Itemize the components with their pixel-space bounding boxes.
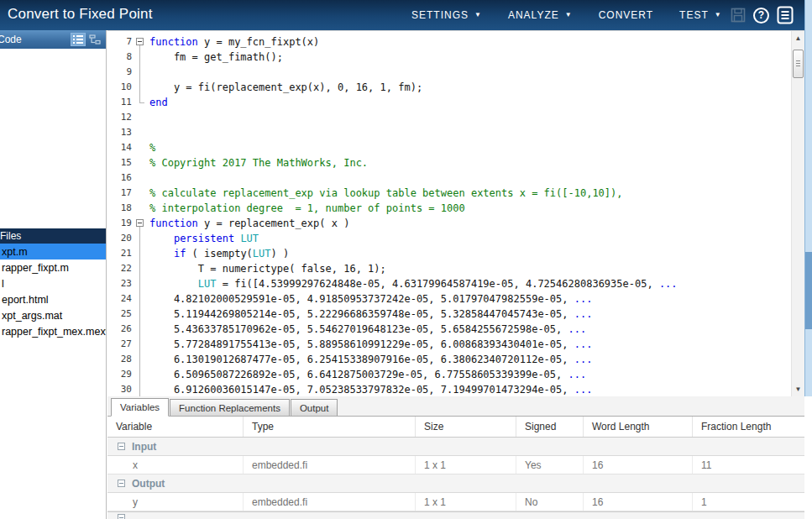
fold-margin (134, 307, 146, 322)
line-number: 12 (107, 110, 134, 125)
fold-margin (134, 140, 146, 155)
code-text: 6.50965087226892e-05, 6.6412875003729e-0… (146, 367, 586, 382)
code-line: 16 (107, 170, 791, 186)
tab-variables[interactable]: Variables (111, 398, 169, 417)
fold-margin (134, 80, 146, 95)
tree-view-icon[interactable] (88, 34, 102, 45)
fold-margin (134, 276, 146, 291)
cell-size: 1 x 1 (416, 493, 516, 511)
code-text (146, 65, 149, 80)
column-header-signed: Signed (516, 417, 584, 437)
code-text: if ( isempty(LUT) ) (146, 246, 289, 261)
menu-label: TEST (679, 9, 709, 21)
line-number: 19 (107, 216, 134, 231)
code-line: 22 T = numerictype( false, 16, 1); (107, 261, 791, 276)
menu-convert[interactable]: CONVERT (599, 9, 653, 21)
fold-margin (134, 382, 146, 396)
code-text: % (146, 140, 155, 155)
report-icon[interactable] (777, 6, 794, 24)
files-panel-header: Files (0, 228, 106, 244)
code-text: 6.13019012687477e-05, 6.25415338907916e-… (146, 352, 592, 367)
file-item[interactable]: l (0, 275, 106, 291)
file-item[interactable]: rapper_fixpt.m (0, 260, 106, 275)
table-row[interactable]: xembedded.fi1 x 1Yes1611 (107, 456, 804, 474)
code-text: y = fi(replacement_exp(x), 0, 16, 1, fm)… (146, 80, 422, 95)
app-toolbar: Convert to Fixed Point SETTINGS▼ANALYZE▼… (0, 0, 812, 30)
collapse-icon (118, 514, 125, 519)
code-line: 18% interpolation degree = 1, number of … (107, 201, 791, 216)
line-number: 28 (107, 352, 134, 367)
code-line: 29 6.50965087226892e-05, 6.6412875003729… (107, 367, 791, 382)
line-number: 29 (107, 367, 134, 382)
fold-margin (134, 367, 146, 382)
code-line: 9 (107, 65, 791, 80)
fold-margin (134, 50, 146, 65)
help-icon[interactable]: ? (753, 8, 769, 24)
sidebar-empty-area (0, 339, 106, 519)
file-item[interactable]: eport.html (0, 291, 106, 307)
column-header-fraction-length: Fraction Length (693, 417, 804, 437)
menu-label: SETTINGS (411, 9, 469, 21)
code-text: % calculate replacement_exp via lookup t… (146, 186, 623, 201)
code-line: 15% Copyright 2017 The MathWorks, Inc. (107, 155, 791, 170)
tab-function-replacements[interactable]: Function Replacements (170, 399, 290, 416)
code-text: 5.11944269805214e-05, 5.22296686359748e-… (146, 307, 592, 322)
scroll-down-icon[interactable]: ▼ (792, 383, 804, 396)
variables-tab-bar: VariablesFunction ReplacementsOutput (107, 396, 804, 417)
menu-settings[interactable]: SETTINGS▼ (411, 9, 482, 21)
line-number: 18 (107, 201, 134, 216)
fold-collapse-icon[interactable] (136, 219, 144, 227)
table-group-row-output[interactable]: Output (107, 474, 804, 493)
file-item[interactable]: xpt_args.mat (0, 307, 106, 323)
app-title: Convert to Fixed Point (8, 6, 153, 23)
code-line: 21 if ( isempty(LUT) ) (107, 246, 791, 261)
cell-variable: y (107, 493, 244, 511)
fold-collapse-icon[interactable] (136, 38, 144, 45)
tab-output[interactable]: Output (291, 399, 338, 416)
cell-word_length: 16 (584, 456, 693, 474)
code-text: 5.77284891755413e-05, 5.88958610991229e-… (146, 337, 592, 352)
fold-margin (134, 337, 146, 352)
code-text: % interpolation degree = 1, number of po… (146, 201, 465, 216)
editor-vertical-scrollbar[interactable]: ▲ ▼ (791, 31, 804, 396)
save-icon[interactable] (731, 8, 746, 23)
file-item[interactable]: xpt.m (0, 244, 106, 260)
line-number: 17 (107, 186, 134, 201)
column-header-word-length: Word Length (584, 417, 693, 437)
table-row[interactable]: yembedded.fi1 x 1No161 (107, 493, 804, 511)
left-sidebar: Code Files xpt.mrapper_fixpt.ml (0, 30, 107, 519)
code-tree-panel[interactable] (0, 49, 106, 228)
fold-margin (134, 125, 146, 140)
table-group-row-input[interactable]: Input (107, 438, 804, 456)
list-view-icon[interactable] (71, 34, 85, 45)
code-editor[interactable]: 7function y = my_fcn_fixpt(x)8 fm = get_… (107, 30, 804, 396)
line-number: 8 (107, 50, 134, 65)
code-line: 7function y = my_fcn_fixpt(x) (107, 34, 791, 50)
collapse-icon[interactable] (118, 443, 125, 450)
scroll-up-icon[interactable]: ▲ (792, 32, 804, 45)
fold-margin (134, 65, 146, 80)
code-text: 6.91260036015147e-05, 7.05238533797832e-… (146, 382, 592, 396)
menu-test[interactable]: TEST▼ (679, 9, 722, 21)
fold-margin (134, 186, 146, 201)
collapse-icon[interactable] (118, 480, 125, 487)
line-number: 26 (107, 322, 134, 337)
line-number: 11 (107, 95, 134, 110)
file-item[interactable]: rapper_fixpt_mex.mexw6 (0, 323, 106, 339)
code-text (146, 110, 149, 125)
line-number: 23 (107, 276, 134, 291)
menu-analyze[interactable]: ANALYZE▼ (508, 9, 573, 21)
toolbar-icons: ? (731, 0, 794, 30)
code-line: 24 4.82102000529591e-05, 4.9185095373724… (107, 291, 791, 307)
chevron-down-icon: ▼ (715, 12, 722, 18)
variables-panel: VariablesFunction ReplacementsOutput Var… (107, 396, 804, 519)
fold-margin (134, 216, 146, 231)
scrollbar-thumb[interactable] (793, 50, 804, 78)
chevron-down-icon: ▼ (474, 12, 482, 18)
code-line: 17% calculate replacement_exp via lookup… (107, 186, 791, 201)
fold-margin (134, 322, 146, 337)
line-number: 30 (107, 382, 134, 396)
group-label: Output (132, 478, 165, 490)
menu-label: CONVERT (599, 9, 653, 21)
code-text: T = numerictype( false, 16, 1); (146, 261, 386, 276)
